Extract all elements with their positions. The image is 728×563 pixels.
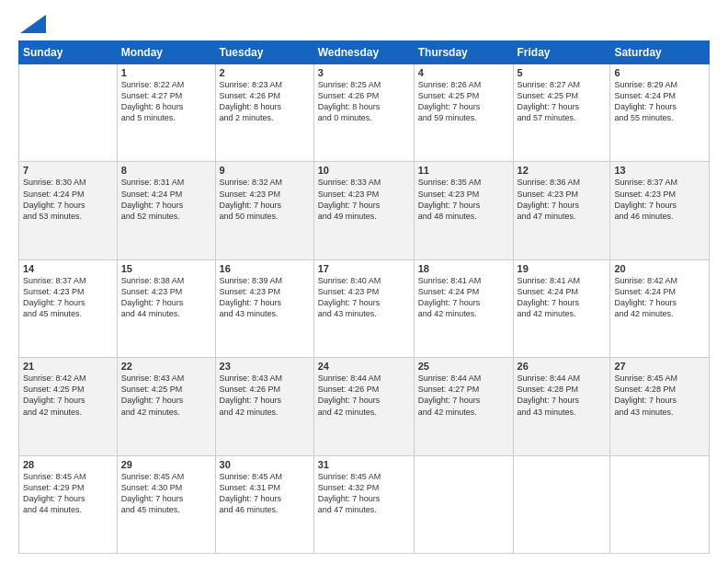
day-info-line: and 0 minutes. bbox=[318, 112, 410, 123]
calendar-cell bbox=[414, 455, 513, 553]
day-info-line: Sunset: 4:25 PM bbox=[518, 90, 607, 101]
day-info-line: Daylight: 7 hours bbox=[518, 200, 607, 211]
day-number: 28 bbox=[23, 459, 113, 470]
day-info-line: Daylight: 7 hours bbox=[418, 200, 509, 211]
calendar-cell: 14Sunrise: 8:37 AMSunset: 4:23 PMDayligh… bbox=[19, 259, 118, 357]
calendar-cell: 5Sunrise: 8:27 AMSunset: 4:25 PMDaylight… bbox=[513, 64, 610, 162]
day-number: 30 bbox=[220, 459, 310, 470]
day-info-line: Sunrise: 8:45 AM bbox=[318, 471, 410, 482]
day-number: 4 bbox=[418, 67, 509, 78]
day-info-line: and 43 minutes. bbox=[318, 308, 410, 319]
day-info: Sunrise: 8:44 AMSunset: 4:28 PMDaylight:… bbox=[518, 373, 607, 418]
day-info-line: Sunset: 4:28 PM bbox=[518, 384, 607, 395]
day-info: Sunrise: 8:25 AMSunset: 4:26 PMDaylight:… bbox=[318, 79, 410, 124]
day-number: 7 bbox=[23, 165, 113, 176]
day-info-line: Daylight: 7 hours bbox=[518, 395, 607, 406]
day-info-line: Daylight: 7 hours bbox=[614, 200, 705, 211]
day-info: Sunrise: 8:40 AMSunset: 4:23 PMDaylight:… bbox=[318, 275, 410, 320]
day-info-line: Sunrise: 8:41 AM bbox=[418, 275, 509, 286]
day-info-line: and 46 minutes. bbox=[614, 211, 705, 222]
calendar-week-row: 28Sunrise: 8:45 AMSunset: 4:29 PMDayligh… bbox=[19, 455, 710, 553]
day-info-line: and 42 minutes. bbox=[121, 407, 211, 418]
day-info-line: and 47 minutes. bbox=[318, 504, 410, 515]
calendar-cell: 13Sunrise: 8:37 AMSunset: 4:23 PMDayligh… bbox=[610, 162, 710, 259]
calendar-cell: 7Sunrise: 8:30 AMSunset: 4:24 PMDaylight… bbox=[19, 162, 118, 259]
day-info: Sunrise: 8:31 AMSunset: 4:24 PMDaylight:… bbox=[121, 177, 211, 222]
day-info-line: Sunset: 4:24 PM bbox=[518, 286, 607, 297]
day-info: Sunrise: 8:42 AMSunset: 4:25 PMDaylight:… bbox=[23, 373, 113, 418]
day-info-line: Daylight: 7 hours bbox=[518, 101, 607, 112]
day-info: Sunrise: 8:32 AMSunset: 4:23 PMDaylight:… bbox=[220, 177, 310, 222]
day-info-line: Sunset: 4:27 PM bbox=[418, 384, 509, 395]
day-info-line: Sunrise: 8:39 AM bbox=[220, 275, 310, 286]
day-info: Sunrise: 8:22 AMSunset: 4:27 PMDaylight:… bbox=[121, 79, 211, 124]
day-number: 27 bbox=[614, 361, 705, 372]
calendar-cell: 28Sunrise: 8:45 AMSunset: 4:29 PMDayligh… bbox=[19, 455, 118, 553]
calendar-cell: 19Sunrise: 8:41 AMSunset: 4:24 PMDayligh… bbox=[513, 259, 610, 357]
day-info: Sunrise: 8:43 AMSunset: 4:26 PMDaylight:… bbox=[220, 373, 310, 418]
calendar-cell bbox=[610, 455, 710, 553]
day-info: Sunrise: 8:39 AMSunset: 4:23 PMDaylight:… bbox=[220, 275, 310, 320]
day-info-line: Daylight: 7 hours bbox=[23, 395, 113, 406]
calendar-cell: 16Sunrise: 8:39 AMSunset: 4:23 PMDayligh… bbox=[215, 259, 313, 357]
page: SundayMondayTuesdayWednesdayThursdayFrid… bbox=[0, 0, 728, 563]
day-info-line: Sunrise: 8:42 AM bbox=[23, 373, 113, 384]
day-info-line: Daylight: 7 hours bbox=[23, 493, 113, 504]
day-info-line: Sunrise: 8:26 AM bbox=[418, 79, 509, 90]
day-info-line: Sunrise: 8:33 AM bbox=[318, 177, 410, 188]
day-number: 12 bbox=[518, 165, 607, 176]
calendar-cell: 2Sunrise: 8:23 AMSunset: 4:26 PMDaylight… bbox=[215, 64, 313, 162]
day-info: Sunrise: 8:43 AMSunset: 4:25 PMDaylight:… bbox=[121, 373, 211, 418]
calendar-header-tuesday: Tuesday bbox=[215, 41, 313, 64]
calendar-cell: 12Sunrise: 8:36 AMSunset: 4:23 PMDayligh… bbox=[513, 162, 610, 259]
calendar-cell: 27Sunrise: 8:45 AMSunset: 4:28 PMDayligh… bbox=[610, 358, 710, 455]
calendar-cell: 31Sunrise: 8:45 AMSunset: 4:32 PMDayligh… bbox=[313, 455, 414, 553]
day-info-line: Daylight: 7 hours bbox=[418, 101, 509, 112]
day-info-line: Daylight: 7 hours bbox=[220, 395, 310, 406]
day-info-line: Sunset: 4:24 PM bbox=[614, 286, 705, 297]
day-number: 18 bbox=[418, 263, 509, 274]
day-info-line: and 42 minutes. bbox=[23, 407, 113, 418]
day-number: 19 bbox=[518, 263, 607, 274]
day-info-line: Daylight: 7 hours bbox=[614, 297, 705, 308]
day-info: Sunrise: 8:37 AMSunset: 4:23 PMDaylight:… bbox=[23, 275, 113, 320]
calendar-cell: 15Sunrise: 8:38 AMSunset: 4:23 PMDayligh… bbox=[117, 259, 215, 357]
day-info-line: and 49 minutes. bbox=[318, 211, 410, 222]
day-info: Sunrise: 8:27 AMSunset: 4:25 PMDaylight:… bbox=[518, 79, 607, 124]
day-info-line: and 57 minutes. bbox=[518, 112, 607, 123]
calendar-week-row: 14Sunrise: 8:37 AMSunset: 4:23 PMDayligh… bbox=[19, 259, 710, 357]
day-info-line: Sunset: 4:24 PM bbox=[614, 90, 705, 101]
day-number: 16 bbox=[220, 263, 310, 274]
calendar-header-row: SundayMondayTuesdayWednesdayThursdayFrid… bbox=[19, 41, 710, 64]
day-info-line: Sunset: 4:23 PM bbox=[518, 189, 607, 200]
day-number: 20 bbox=[614, 263, 705, 274]
day-info: Sunrise: 8:30 AMSunset: 4:24 PMDaylight:… bbox=[23, 177, 113, 222]
day-info-line: Sunrise: 8:31 AM bbox=[121, 177, 211, 188]
day-info: Sunrise: 8:29 AMSunset: 4:24 PMDaylight:… bbox=[614, 79, 705, 124]
day-info-line: Daylight: 7 hours bbox=[614, 395, 705, 406]
day-info-line: and 44 minutes. bbox=[23, 504, 113, 515]
day-number: 29 bbox=[121, 459, 211, 470]
day-info: Sunrise: 8:44 AMSunset: 4:27 PMDaylight:… bbox=[418, 373, 509, 418]
calendar-cell: 29Sunrise: 8:45 AMSunset: 4:30 PMDayligh… bbox=[117, 455, 215, 553]
day-info-line: Sunset: 4:26 PM bbox=[220, 384, 310, 395]
day-number: 2 bbox=[220, 67, 310, 78]
day-info-line: Sunset: 4:32 PM bbox=[318, 482, 410, 493]
day-number: 9 bbox=[220, 165, 310, 176]
day-number: 22 bbox=[121, 361, 211, 372]
day-info-line: Sunrise: 8:30 AM bbox=[23, 177, 113, 188]
day-number: 11 bbox=[418, 165, 509, 176]
calendar-cell: 6Sunrise: 8:29 AMSunset: 4:24 PMDaylight… bbox=[610, 64, 710, 162]
day-info-line: Daylight: 7 hours bbox=[220, 200, 310, 211]
day-info-line: Sunrise: 8:25 AM bbox=[318, 79, 410, 90]
calendar-cell: 18Sunrise: 8:41 AMSunset: 4:24 PMDayligh… bbox=[414, 259, 513, 357]
day-info-line: and 43 minutes. bbox=[518, 407, 607, 418]
day-info-line: Sunrise: 8:37 AM bbox=[23, 275, 113, 286]
day-info-line: Sunset: 4:31 PM bbox=[220, 482, 310, 493]
day-info: Sunrise: 8:41 AMSunset: 4:24 PMDaylight:… bbox=[518, 275, 607, 320]
logo-icon bbox=[20, 15, 46, 33]
day-info-line: Daylight: 7 hours bbox=[614, 101, 705, 112]
day-info-line: Sunrise: 8:38 AM bbox=[121, 275, 211, 286]
day-number: 23 bbox=[220, 361, 310, 372]
day-info-line: Daylight: 7 hours bbox=[318, 297, 410, 308]
